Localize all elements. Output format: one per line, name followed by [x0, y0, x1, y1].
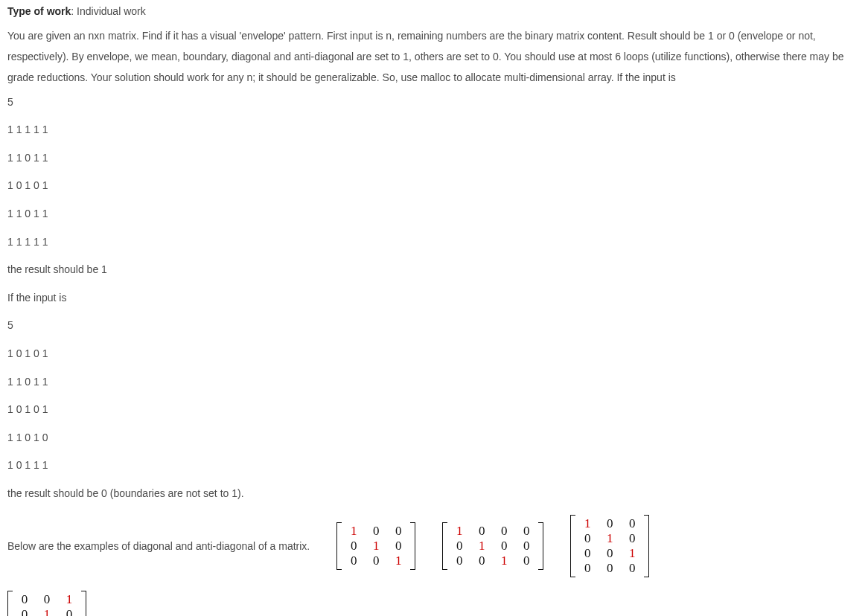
- matrix-row: 001: [576, 546, 643, 561]
- matrix-diagonal-4x3: 100010001000: [570, 515, 649, 577]
- example1-row: 1 1 1 1 1: [7, 123, 861, 138]
- matrix-cell: 0: [58, 607, 80, 617]
- matrix-cell: 0: [342, 554, 365, 568]
- matrices-lead-text: Below are the examples of diagonal and a…: [7, 540, 310, 552]
- matrix-cell: 0: [13, 592, 36, 607]
- example2-row: 1 1 0 1 1: [7, 375, 861, 390]
- matrix-cell: 1: [493, 554, 515, 568]
- matrix-cell: 1: [36, 607, 58, 617]
- matrix-cell: 0: [36, 592, 58, 607]
- matrix-cell: 0: [448, 539, 470, 554]
- matrix-row: 0010: [448, 554, 537, 568]
- example2-result: the result should be 0 (boundaries are n…: [7, 487, 861, 501]
- matrix-cell: 0: [387, 539, 409, 554]
- matrix-cell: 0: [621, 516, 643, 531]
- example1-row: 1 1 1 1 1: [7, 235, 861, 250]
- matrix-cell: 1: [387, 554, 409, 568]
- matrix-row: 010: [13, 607, 80, 617]
- matrix-cell: 1: [448, 524, 470, 539]
- matrix-cell: 0: [342, 539, 365, 554]
- matrix-cell: 0: [621, 531, 643, 546]
- example1-row: 1 0 1 0 1: [7, 179, 861, 193]
- problem-description: You are given an nxn matrix. Find if it …: [7, 25, 861, 88]
- matrix-row: 010: [342, 539, 409, 554]
- example2-row: 1 0 1 0 1: [7, 402, 861, 417]
- matrix-row: 010: [576, 531, 643, 546]
- matrix-row: 100: [576, 516, 643, 531]
- between-text: If the input is: [7, 291, 861, 306]
- matrix-cell: 0: [470, 554, 493, 568]
- matrix-cell: 0: [515, 554, 537, 568]
- matrix-cell: 1: [342, 524, 365, 539]
- type-label: Type of work: [7, 5, 71, 17]
- matrix-row: 001: [13, 592, 80, 607]
- example2-row: 1 0 1 1 1: [7, 458, 861, 473]
- matrix-cell: 0: [621, 561, 643, 576]
- matrix-cell: 0: [515, 539, 537, 554]
- matrix-cell: 0: [599, 561, 621, 576]
- matrix-row: 001: [342, 554, 409, 568]
- matrix-row: 0100: [448, 539, 537, 554]
- type-value: : Individual work: [71, 5, 145, 17]
- matrix-cell: 0: [576, 531, 599, 546]
- matrix-cell: 0: [599, 546, 621, 561]
- matrix-cell: 0: [576, 546, 599, 561]
- matrix-cell: 0: [470, 524, 493, 539]
- matrix-diagonal-3x4: 100001000010: [442, 522, 543, 570]
- matrix-cell: 0: [515, 524, 537, 539]
- example1-n: 5: [7, 95, 861, 110]
- matrix-antidiagonal-3x3: 001010100: [7, 591, 86, 617]
- matrix-cell: 0: [13, 607, 36, 617]
- type-of-work-line: Type of work: Individual work: [7, 4, 861, 19]
- document-page: { "type_label": "Type of work", "type_va…: [0, 0, 868, 616]
- matrix-cell: 0: [365, 524, 387, 539]
- matrix-cell: 0: [365, 554, 387, 568]
- matrices-row-2: 001010100: [7, 591, 861, 617]
- matrix-cell: 1: [470, 539, 493, 554]
- matrix-row: 1000: [448, 524, 537, 539]
- example1-row: 1 1 0 1 1: [7, 207, 861, 222]
- matrix-cell: 0: [576, 561, 599, 576]
- matrices-row: Below are the examples of diagonal and a…: [7, 515, 861, 577]
- matrix-cell: 0: [448, 554, 470, 568]
- matrix-cell: 0: [493, 539, 515, 554]
- matrix-row: 000: [576, 561, 643, 576]
- example2-n: 5: [7, 318, 861, 333]
- example1-row: 1 1 0 1 1: [7, 151, 861, 166]
- example2-row: 1 1 0 1 0: [7, 431, 861, 446]
- matrix-cell: 0: [493, 524, 515, 539]
- matrix-cell: 1: [599, 531, 621, 546]
- matrix-diagonal-3x3: 100010001: [336, 522, 415, 570]
- matrix-row: 100: [342, 524, 409, 539]
- matrix-cell: 1: [365, 539, 387, 554]
- matrix-cell: 0: [599, 516, 621, 531]
- example1-result: the result should be 1: [7, 263, 861, 277]
- matrix-cell: 1: [576, 516, 599, 531]
- matrix-cell: 1: [621, 546, 643, 561]
- matrix-cell: 1: [58, 592, 80, 607]
- matrix-cell: 0: [387, 524, 409, 539]
- example2-row: 1 0 1 0 1: [7, 347, 861, 362]
